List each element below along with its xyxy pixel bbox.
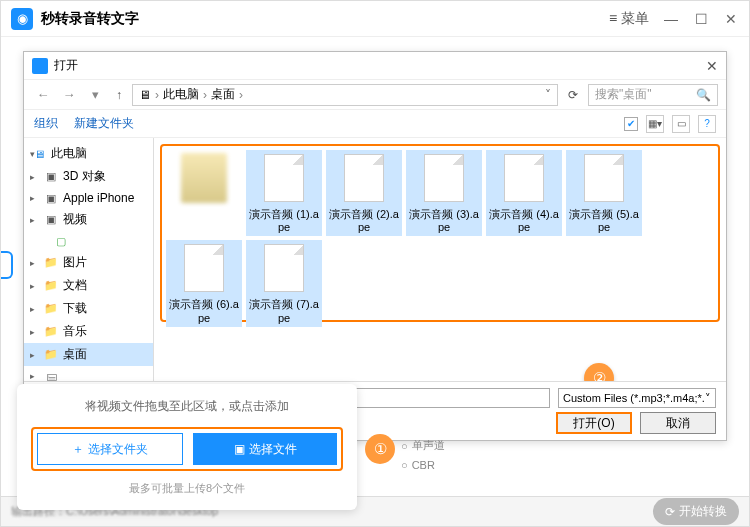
dialog-title: 打开 — [54, 57, 706, 74]
minimize-button[interactable]: — — [663, 11, 679, 27]
file-thumbnail-icon — [184, 244, 224, 292]
app-logo-icon: ◉ — [11, 8, 33, 30]
search-icon: 🔍 — [696, 88, 711, 102]
tree-caret-icon[interactable]: ▸ — [30, 327, 35, 337]
tree-item-label: Apple iPhone — [63, 191, 134, 205]
file-name-label: 演示音频 (4).ape — [486, 206, 562, 236]
dropzone-hint: 将视频文件拖曳至此区域，或点击添加 — [31, 398, 343, 415]
tree-item-label: 下载 — [63, 300, 87, 317]
tree-item[interactable]: ▸📁音乐 — [24, 320, 153, 343]
dialog-close-button[interactable]: ✕ — [706, 58, 718, 74]
help-button[interactable]: ? — [698, 115, 716, 133]
tree-caret-icon[interactable]: ▾ — [30, 149, 35, 159]
dark-icon: ▣ — [44, 191, 58, 205]
file-item[interactable] — [166, 150, 242, 236]
file-thumbnail-icon — [344, 154, 384, 202]
file-item[interactable]: 演示音频 (7).ape — [246, 240, 322, 326]
preview-toggle[interactable]: ✔ — [624, 117, 638, 131]
tree-item-label: 此电脑 — [51, 145, 87, 162]
new-folder-button[interactable]: 新建文件夹 — [74, 115, 134, 132]
file-thumbnail-icon — [584, 154, 624, 202]
search-input[interactable]: 搜索"桌面" 🔍 — [588, 84, 718, 106]
menu-button[interactable]: ≡ 菜单 — [609, 10, 649, 28]
nav-recent-button[interactable]: ▾ — [84, 84, 106, 106]
tree-item[interactable]: ▾🖥此电脑 — [24, 142, 153, 165]
chevron-down-icon: ˅ — [705, 392, 711, 405]
file-item[interactable]: 演示音频 (3).ape — [406, 150, 482, 236]
file-thumbnail-icon — [424, 154, 464, 202]
tree-caret-icon[interactable]: ▸ — [30, 350, 35, 360]
breadcrumb-root[interactable]: 此电脑 — [163, 86, 199, 103]
file-name-label: 演示音频 (3).ape — [406, 206, 482, 236]
tree-item[interactable]: ▸📁桌面 — [24, 343, 153, 366]
breadcrumb[interactable]: 🖥 › 此电脑 › 桌面 › ˅ — [132, 84, 558, 106]
tree-item[interactable]: ▸📁下载 — [24, 297, 153, 320]
file-name-label: 演示音频 (1).ape — [246, 206, 322, 236]
file-name-label: 演示音频 (5).ape — [566, 206, 642, 236]
tree-caret-icon[interactable]: ▸ — [30, 215, 35, 225]
drive-icon: 🖴 — [44, 369, 58, 381]
callout-badge-2: ② — [584, 363, 614, 381]
tree-item[interactable]: ▸📁文档 — [24, 274, 153, 297]
tree-caret-icon[interactable]: ▸ — [30, 193, 35, 203]
filetype-combo[interactable]: Custom Files (*.mp3;*.m4a;*.˅ — [558, 388, 716, 408]
view-mode-button[interactable]: ▦▾ — [646, 115, 664, 133]
tree-item[interactable]: ▸📁图片 — [24, 251, 153, 274]
tree-caret-icon[interactable]: ▸ — [30, 371, 35, 381]
select-file-button[interactable]: ▣选择文件 — [193, 433, 337, 465]
start-convert-button[interactable]: ⟳ 开始转换 — [653, 498, 739, 525]
file-item[interactable]: 演示音频 (5).ape — [566, 150, 642, 236]
tree-item[interactable]: ▸▣3D 对象 — [24, 165, 153, 188]
tree-caret-icon[interactable]: ▸ — [30, 172, 35, 182]
mono-radio[interactable]: ○ 单声道 — [401, 438, 445, 453]
nav-up-button[interactable]: ↑ — [110, 88, 128, 102]
open-button[interactable]: 打开(O) — [556, 412, 632, 434]
organize-menu[interactable]: 组织 — [34, 115, 58, 132]
file-list-area: 演示音频 (1).ape演示音频 (2).ape演示音频 (3).ape演示音频… — [154, 138, 726, 381]
tree-item[interactable]: ▸▣Apple iPhone — [24, 188, 153, 208]
breadcrumb-current[interactable]: 桌面 — [211, 86, 235, 103]
plus-icon: ＋ — [72, 441, 84, 458]
dropzone-footer: 最多可批量上传8个文件 — [31, 481, 343, 496]
nav-back-button[interactable]: ← — [32, 84, 54, 106]
maximize-button[interactable]: ☐ — [693, 11, 709, 27]
app-titlebar: ◉ 秒转录音转文字 ≡ 菜单 — ☐ ✕ — [1, 1, 749, 37]
file-name-label — [166, 206, 242, 210]
file-thumbnail-icon — [504, 154, 544, 202]
select-folder-button[interactable]: ＋选择文件夹 — [37, 433, 183, 465]
app-title: 秒转录音转文字 — [41, 10, 609, 28]
file-open-dialog: 打开 ✕ ← → ▾ ↑ 🖥 › 此电脑 › 桌面 › ˅ ⟳ 搜索"桌面" 🔍 — [23, 51, 727, 441]
dark-icon: ▣ — [44, 213, 58, 227]
tree-item[interactable]: ▢ — [24, 231, 153, 251]
file-thumbnail-icon — [264, 154, 304, 202]
select-folder-label: 选择文件夹 — [88, 441, 148, 458]
tree-caret-icon[interactable]: ▸ — [30, 281, 35, 291]
file-icon: ▣ — [234, 442, 245, 456]
tree-item[interactable]: ▸🖴 — [24, 366, 153, 381]
nav-forward-button[interactable]: → — [58, 84, 80, 106]
tree-caret-icon[interactable]: ▸ — [30, 258, 35, 268]
cbr-radio[interactable]: ○ CBR — [401, 459, 445, 471]
breadcrumb-dropdown-icon[interactable]: ˅ — [545, 88, 551, 102]
file-item[interactable]: 演示音频 (1).ape — [246, 150, 322, 236]
highlight-box-buttons: ＋选择文件夹 ▣选择文件 — [31, 427, 343, 471]
tree-item[interactable]: ▸▣视频 — [24, 208, 153, 231]
details-pane-button[interactable]: ▭ — [672, 115, 690, 133]
dialog-icon — [32, 58, 48, 74]
side-tab[interactable] — [1, 251, 13, 279]
folder-tree[interactable]: ▾🖥此电脑▸▣3D 对象▸▣Apple iPhone▸▣视频▢▸📁图片▸📁文档▸… — [24, 138, 154, 381]
file-name-label: 演示音频 (2).ape — [326, 206, 402, 236]
folder-icon: 📁 — [44, 302, 58, 316]
file-item[interactable]: 演示音频 (2).ape — [326, 150, 402, 236]
tree-item-label: 3D 对象 — [63, 168, 106, 185]
file-item[interactable]: 演示音频 (4).ape — [486, 150, 562, 236]
file-thumbnail-icon — [264, 244, 304, 292]
close-button[interactable]: ✕ — [723, 11, 739, 27]
refresh-button[interactable]: ⟳ — [562, 88, 584, 102]
audio-options: ○ 单声道 ○ CBR — [401, 438, 445, 471]
green-icon: ▢ — [54, 234, 68, 248]
cancel-button[interactable]: 取消 — [640, 412, 716, 434]
tree-item-label: 视频 — [63, 211, 87, 228]
tree-caret-icon[interactable]: ▸ — [30, 304, 35, 314]
file-item[interactable]: 演示音频 (6).ape — [166, 240, 242, 326]
